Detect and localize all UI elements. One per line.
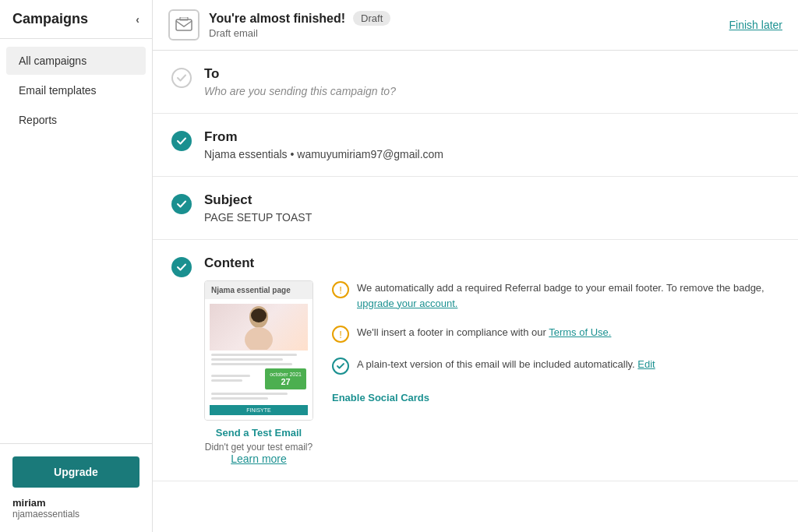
subject-status-icon: [171, 194, 192, 214]
sidebar-item-email-templates[interactable]: Email templates: [6, 76, 146, 104]
to-status-icon: [171, 68, 192, 88]
edit-plaintext-link[interactable]: Edit: [637, 358, 655, 370]
preview-footer: FINISYTE: [210, 405, 308, 415]
notice-plaintext: A plain-text version of this email will …: [332, 357, 779, 375]
svg-point-4: [251, 308, 267, 322]
to-section-body: To Who are you sending this campaign to?: [204, 66, 779, 97]
section-subject: Subject PAGE SETUP TOAST: [153, 177, 798, 240]
user-info: miriam njamaessentials: [12, 497, 139, 520]
svg-rect-0: [176, 19, 192, 30]
preview-text-lines: october 2021 27: [210, 351, 308, 405]
email-icon: [168, 9, 200, 41]
topbar-subtitle: Draft email: [209, 27, 390, 39]
sidebar-nav: All campaigns Email templates Reports: [0, 39, 152, 443]
test-email-section: Send a Test Email Didn't get your test e…: [204, 427, 313, 465]
content-status-icon: [171, 257, 192, 277]
topbar-title: You're almost finished!: [209, 12, 345, 26]
preview-header: Njama essential page: [205, 281, 312, 299]
topbar-title-area: You're almost finished! Draft Draft emai…: [209, 11, 390, 39]
preview-date-label: october 2021: [270, 372, 302, 377]
section-content: Content Njama essential page: [153, 240, 798, 481]
to-placeholder: Who are you sending this campaign to?: [204, 85, 779, 97]
content-section-body: Content Njama essential page: [204, 255, 779, 465]
learn-more-link[interactable]: Learn more: [231, 453, 287, 465]
sections: To Who are you sending this campaign to?…: [153, 51, 798, 532]
finish-later-button[interactable]: Finish later: [729, 19, 782, 31]
notice-footer-text: We'll insert a footer in compliance with…: [357, 325, 611, 340]
notice-success-icon: [332, 358, 349, 375]
subject-value: PAGE SETUP TOAST: [204, 211, 779, 224]
sidebar-header: Campaigns ‹: [0, 0, 152, 39]
topbar-left: You're almost finished! Draft Draft emai…: [168, 9, 390, 41]
subject-title: Subject: [204, 192, 779, 208]
section-to: To Who are you sending this campaign to?: [153, 51, 798, 114]
user-org: njamaessentials: [12, 509, 139, 520]
email-preview: Njama essential page: [204, 280, 313, 421]
notice-plaintext-text: A plain-text version of this email will …: [357, 357, 655, 372]
from-title: From: [204, 129, 779, 145]
to-title: To: [204, 66, 779, 82]
draft-badge: Draft: [353, 11, 390, 26]
sidebar: Campaigns ‹ All campaigns Email template…: [0, 0, 153, 532]
test-email-sub: Didn't get your test email?: [204, 442, 313, 453]
terms-of-use-link[interactable]: Terms of Use.: [549, 326, 611, 338]
topbar: You're almost finished! Draft Draft emai…: [153, 0, 798, 51]
svg-point-3: [245, 327, 273, 350]
from-value: Njama essentials • wamuyumiriam97@gmail.…: [204, 148, 779, 160]
section-from: From Njama essentials • wamuyumiriam97@g…: [153, 114, 798, 177]
notice-warning-icon-1: !: [332, 281, 349, 298]
upgrade-account-link[interactable]: upgrade your account.: [357, 298, 457, 309]
subject-section-body: Subject PAGE SETUP TOAST: [204, 192, 779, 224]
collapse-icon[interactable]: ‹: [136, 13, 139, 26]
sidebar-title: Campaigns: [12, 11, 88, 27]
from-status-icon: [171, 131, 192, 151]
notice-referral: ! We automatically add a required Referr…: [332, 280, 779, 311]
notice-warning-icon-2: !: [332, 326, 349, 343]
from-section-body: From Njama essentials • wamuyumiriam97@g…: [204, 129, 779, 160]
preview-date-number: 27: [281, 377, 290, 386]
preview-body: october 2021 27 FINISYTE: [205, 299, 312, 420]
notice-footer: ! We'll insert a footer in compliance wi…: [332, 325, 779, 343]
enable-social-cards-link[interactable]: Enable Social Cards: [332, 392, 429, 403]
topbar-title-row: You're almost finished! Draft: [209, 11, 390, 26]
sidebar-item-all-campaigns[interactable]: All campaigns: [6, 47, 146, 75]
notice-referral-text: We automatically add a required Referral…: [357, 280, 779, 311]
sidebar-footer: Upgrade miriam njamaessentials: [0, 443, 152, 532]
test-email-link[interactable]: Send a Test Email: [204, 427, 313, 439]
sidebar-item-reports[interactable]: Reports: [6, 106, 146, 134]
main-content: You're almost finished! Draft Draft emai…: [153, 0, 798, 532]
notices-panel: ! We automatically add a required Referr…: [332, 280, 779, 403]
user-name: miriam: [12, 497, 139, 509]
content-title: Content: [204, 255, 779, 271]
email-preview-container: Njama essential page: [204, 280, 313, 465]
content-inner: Njama essential page: [204, 280, 779, 465]
preview-hero: [210, 304, 308, 351]
upgrade-button[interactable]: Upgrade: [12, 456, 139, 488]
